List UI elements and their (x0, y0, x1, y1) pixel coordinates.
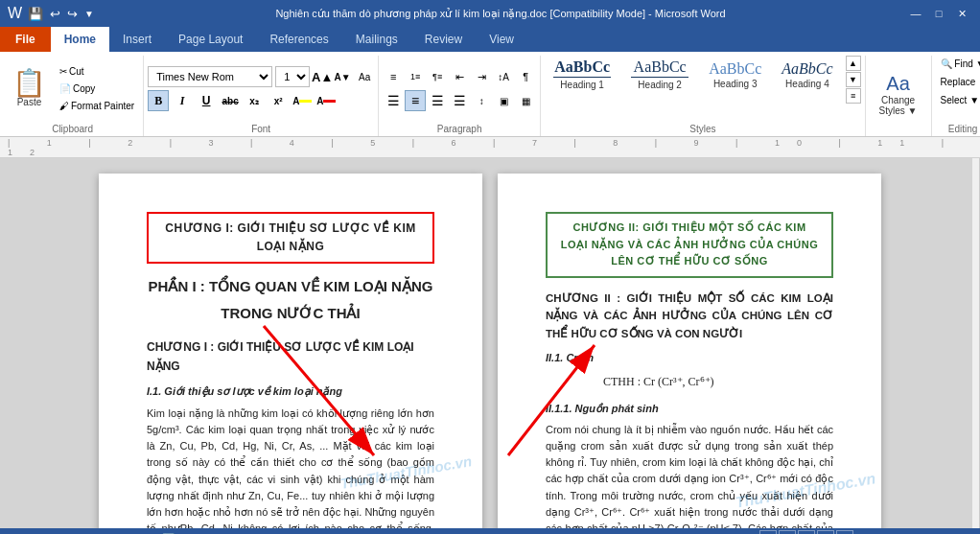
right-page: CHƯƠNG II: GIỚI THIỆU MỘT SỐ CÁC KIM LOẠ… (498, 174, 881, 528)
word-icon: W (8, 5, 22, 22)
close-button[interactable]: ✕ (951, 4, 972, 23)
format-painter-icon: 🖌 (59, 101, 69, 111)
sort-button[interactable]: ↕A (493, 66, 514, 87)
style-heading1-label: Heading 1 (560, 80, 604, 90)
paragraph-controls: ≡ 1≡ ¶≡ ⇤ ⇥ ↕A ¶ ☰ ≡ ☰ ☰ ↕ ▣ (383, 66, 536, 111)
align-center-button[interactable]: ≡ (405, 90, 426, 111)
font-size-select[interactable]: 16 (275, 66, 310, 87)
tab-review[interactable]: Review (411, 27, 476, 52)
text-highlight-button[interactable]: A (292, 90, 313, 111)
select-button[interactable]: Select ▼ (936, 92, 980, 108)
clipboard-group-label: Clipboard (6, 122, 139, 136)
paragraph-row2: ☰ ≡ ☰ ☰ ↕ ▣ ▦ (383, 90, 536, 111)
underline-button[interactable]: U (196, 90, 217, 111)
font-family-select[interactable]: Times New Rom (148, 66, 272, 87)
styles-more[interactable]: ≡ (846, 88, 861, 104)
redo-icon[interactable]: ↪ (65, 7, 80, 21)
left-page: CHƯƠNG I: GIỚI THIỆU SƠ LƯỢC VỀ KIM LOẠI… (99, 174, 482, 528)
find-button[interactable]: 🔍 Find ▼ (936, 56, 980, 72)
web-layout-button[interactable]: 🌐 (798, 530, 815, 534)
strikethrough-button[interactable]: abc (220, 90, 241, 111)
left-part-title1: PHẦN I : TỔNG QUAN VỀ KIM LOẠI NẶNG (147, 275, 434, 298)
window-controls: — □ ✕ (905, 4, 972, 23)
style-heading1[interactable]: AaBbCc Heading 1 (545, 56, 619, 93)
styles-group: AaBbCc Heading 1 AaBbCc Heading 2 AaBbCc… (541, 56, 865, 136)
subscript-button[interactable]: x₂ (244, 90, 265, 111)
style-heading3-label: Heading 3 (713, 79, 758, 89)
tab-home[interactable]: Home (51, 27, 109, 52)
tab-file[interactable]: File (0, 27, 51, 52)
font-row1: Times New Rom 16 A▲ A▼ Aa (148, 66, 374, 87)
title-bar: W 💾 ↩ ↪ ▼ Nghiên cứu thăm dò phương pháp… (0, 0, 980, 27)
shrink-font-button[interactable]: A▼ (333, 66, 352, 87)
maximize-button[interactable]: □ (928, 4, 949, 23)
change-styles-icon: Aa (886, 73, 909, 95)
draft-button[interactable]: ≣ (836, 530, 853, 534)
ribbon-content: 📋 Paste ✂ Cut 📄 Copy 🖌 Format Painter Cl… (0, 52, 980, 136)
bullets-button[interactable]: ≡ (383, 66, 404, 87)
right-page-content: CHƯƠNG II: GIỚI THIỆU MỘT SỐ CÁC KIM LOẠ… (546, 212, 833, 528)
outline-button[interactable]: ≡ (817, 530, 834, 534)
tab-references[interactable]: References (256, 27, 341, 52)
border-button[interactable]: ▦ (515, 90, 536, 111)
align-right-button[interactable]: ☰ (427, 90, 448, 111)
shading-button[interactable]: ▣ (493, 90, 514, 111)
minimize-button[interactable]: — (905, 4, 926, 23)
styles-gallery: AaBbCc Heading 1 AaBbCc Heading 2 AaBbCc… (545, 56, 841, 93)
numbering-button[interactable]: 1≡ (405, 66, 426, 87)
paste-button[interactable]: 📋 Paste (6, 67, 53, 110)
undo-icon[interactable]: ↩ (48, 7, 62, 21)
justify-button[interactable]: ☰ (449, 90, 470, 111)
change-styles-button[interactable]: Aa ChangeStyles ▼ (870, 68, 927, 121)
style-heading3[interactable]: AaBbCc Heading 3 (700, 58, 770, 92)
italic-button[interactable]: I (172, 90, 193, 111)
editing-group-content: 🔍 Find ▼ Replace Select ▼ (936, 56, 980, 122)
grow-font-button[interactable]: A▲ (313, 66, 332, 87)
copy-icon: 📄 (59, 83, 71, 94)
styles-gallery-content: AaBbCc Heading 1 AaBbCc Heading 2 AaBbCc… (545, 56, 860, 122)
save-icon[interactable]: 💾 (26, 7, 45, 21)
superscript-button[interactable]: x² (268, 90, 289, 111)
font-group-content: Times New Rom 16 A▲ A▼ Aa B I (148, 56, 374, 122)
ribbon: File Home Insert Page Layout References … (0, 27, 980, 137)
styles-scroll-down[interactable]: ▼ (846, 72, 861, 87)
style-heading4[interactable]: AaBbCc Heading 4 (773, 58, 841, 92)
cut-button[interactable]: ✂ Cut (55, 63, 139, 80)
font-color-button[interactable]: A (315, 90, 337, 111)
style-heading2-label: Heading 2 (638, 80, 682, 90)
line-spacing-button[interactable]: ↕ (471, 90, 492, 111)
paste-icon: 📋 (12, 70, 46, 97)
styles-scroll-up[interactable]: ▲ (846, 56, 861, 71)
vertical-scrollbar[interactable] (972, 158, 980, 528)
status-bar: Page: 2 of 92 Words: 21,789 🔤 English (U… (0, 528, 980, 534)
font-row2: B I U abc x₂ x² A A (148, 90, 374, 111)
tab-view[interactable]: View (476, 27, 527, 52)
copy-button[interactable]: 📄 Copy (55, 81, 139, 97)
left-chapter-box: CHƯƠNG I: GIỚI THIỆU SƠ LƯỢC VỀ KIM LOẠI… (147, 212, 434, 264)
tab-page-layout[interactable]: Page Layout (165, 27, 256, 52)
right-chapter-box: CHƯƠNG II: GIỚI THIỆU MỘT SỐ CÁC KIM LOẠ… (546, 212, 833, 278)
full-screen-button[interactable]: ⊞ (779, 530, 796, 534)
multilevel-list-button[interactable]: ¶≡ (427, 66, 448, 87)
editing-group-label: Editing (936, 122, 980, 136)
bold-button[interactable]: B (148, 90, 169, 111)
print-layout-button[interactable]: ▦ (759, 530, 777, 534)
align-left-button[interactable]: ☰ (383, 90, 404, 111)
format-painter-button[interactable]: 🖌 Format Painter (55, 98, 139, 114)
customize-qa-icon[interactable]: ▼ (82, 9, 96, 19)
status-right: ▦ ⊞ 🌐 ≡ ≣ － ＋ 60% (759, 530, 972, 534)
show-hide-button[interactable]: ¶ (515, 66, 536, 87)
increase-indent-button[interactable]: ⇥ (471, 66, 492, 87)
right-body1: Crom nói chung là ít bị nhiễm vào nguồn … (546, 422, 833, 528)
clear-formatting-button[interactable]: Aa (355, 66, 374, 87)
font-group: Times New Rom 16 A▲ A▼ Aa B I (144, 56, 379, 136)
left-part-title2: TRONG NƯỚC THẢI (147, 302, 434, 325)
decrease-indent-button[interactable]: ⇤ (449, 66, 470, 87)
paragraph-group: ≡ 1≡ ¶≡ ⇤ ⇥ ↕A ¶ ☰ ≡ ☰ ☰ ↕ ▣ (379, 56, 541, 136)
style-heading2[interactable]: AaBbCc Heading 2 (622, 56, 697, 93)
title-bar-left: W 💾 ↩ ↪ ▼ (8, 5, 96, 22)
tab-insert[interactable]: Insert (109, 27, 165, 52)
tab-mailings[interactable]: Mailings (342, 27, 411, 52)
pages-container: CHƯƠNG I: GIỚI THIỆU SƠ LƯỢC VỀ KIM LOẠI… (0, 158, 980, 528)
replace-button[interactable]: Replace (936, 74, 980, 90)
